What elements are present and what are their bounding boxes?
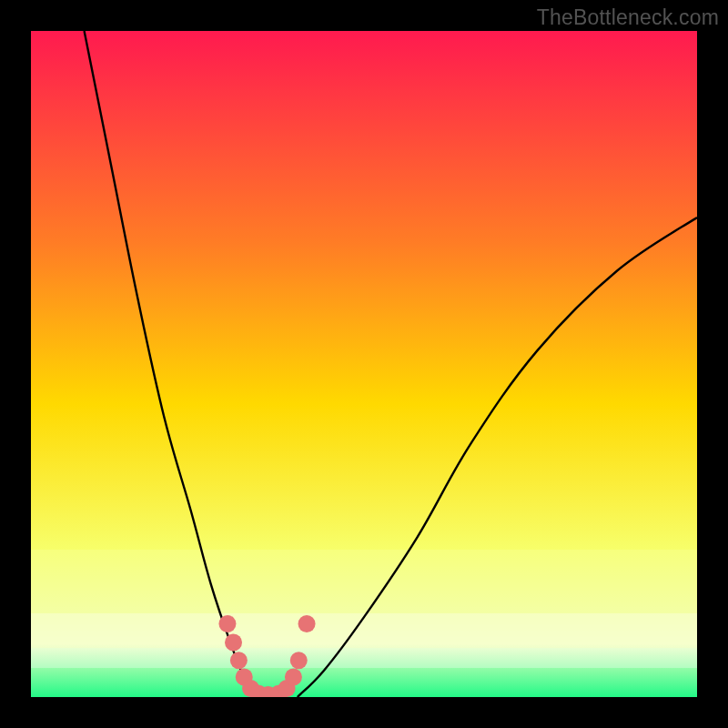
plot-area [31,31,697,697]
highlight-marker [298,615,316,632]
highlight-marker [230,652,248,669]
highlight-marker [290,652,308,669]
bottleneck-chart [31,31,697,697]
chart-frame: TheBottleneck.com [0,0,728,728]
highlight-marker [218,615,236,632]
highlight-marker [285,669,302,686]
pale-band [31,550,697,668]
svg-rect-1 [31,613,697,668]
watermark-text: TheBottleneck.com [537,5,719,30]
highlight-marker [225,633,242,651]
